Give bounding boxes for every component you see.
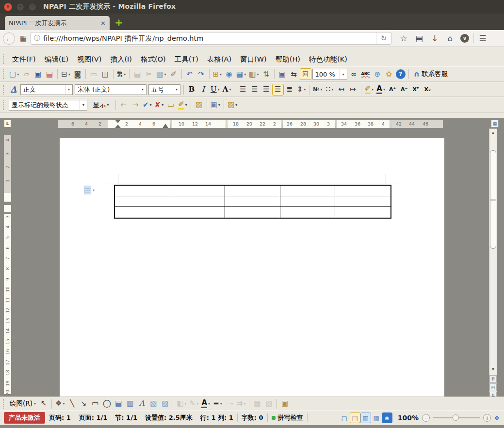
draw-menu-button[interactable]: 绘图(R)▾ xyxy=(8,399,38,408)
cut-button[interactable]: ✂ xyxy=(143,68,155,80)
toolbar-grip[interactable] xyxy=(3,54,5,64)
menu-item[interactable]: 表格(A) xyxy=(203,53,236,66)
oval-button[interactable]: ◯ xyxy=(101,398,113,410)
toolbar-grip[interactable] xyxy=(3,100,5,110)
previous-change-button[interactable]: ← xyxy=(118,99,130,111)
vertical-ruler[interactable]: 432134567891011121314151617181920 xyxy=(4,131,11,396)
export-button[interactable]: ▤ xyxy=(44,68,55,80)
shadow-button[interactable]: ▩ xyxy=(251,398,263,410)
find-button[interactable]: ∞ xyxy=(348,68,360,80)
document-options-button[interactable]: ▾ xyxy=(84,186,95,194)
align-left-button[interactable]: ☰ xyxy=(237,84,249,95)
insert-cells-button[interactable]: ▭ xyxy=(88,68,99,80)
frame-button[interactable]: ▣ xyxy=(276,68,288,80)
print-button[interactable]: ⊟▾ xyxy=(60,68,72,80)
save-button[interactable]: ▣ xyxy=(32,68,44,80)
char-accent-button[interactable]: A▾ xyxy=(221,84,233,95)
table-cell[interactable] xyxy=(115,207,170,218)
tab-close-icon[interactable]: × xyxy=(100,19,106,27)
insert-comment-button[interactable]: ▭ xyxy=(165,99,177,111)
numbered-list-button[interactable]: №▾ xyxy=(311,84,324,95)
document-page[interactable]: ▾ xyxy=(60,138,444,396)
insert-clipart-button[interactable]: ▨ xyxy=(159,398,171,410)
rectangle-button[interactable]: ▭ xyxy=(89,398,101,410)
columns-button[interactable]: ▥▾ xyxy=(247,68,260,80)
zoom-in-button[interactable]: + xyxy=(483,414,491,422)
redo-button[interactable]: ↷ xyxy=(195,68,207,80)
subscript-button[interactable]: X₂ xyxy=(422,84,433,95)
align-center-button[interactable]: ☰ xyxy=(249,84,260,95)
tab-stop-selector[interactable]: L xyxy=(4,120,11,127)
superscript-button[interactable]: X² xyxy=(410,84,422,95)
grow-font-button[interactable]: A⁺ xyxy=(387,84,398,95)
combo-arrow[interactable]: ▾ xyxy=(340,69,347,79)
menu-item[interactable]: 特色功能(K) xyxy=(305,53,352,66)
accept-change-button[interactable]: ✔▾ xyxy=(141,99,153,111)
menu-item[interactable]: 编辑(E) xyxy=(40,53,73,66)
scroll-up-button[interactable]: ▲ xyxy=(490,129,496,136)
customer-service-button[interactable]: ∩ 联系客服 xyxy=(411,70,451,79)
table-cell[interactable] xyxy=(115,186,170,196)
drawing-canvas-button[interactable]: ▣ xyxy=(279,398,291,410)
url-input[interactable] xyxy=(43,34,376,42)
translate-button[interactable]: ⊛ xyxy=(372,68,383,80)
combo-arrow[interactable]: ▾ xyxy=(65,85,72,95)
new-tab-button[interactable]: + xyxy=(113,17,125,29)
outline-view-button[interactable]: ▥ xyxy=(360,412,371,423)
markup-state-combo[interactable]: 显示标记的最终状态▾ xyxy=(9,100,87,111)
undo-button[interactable]: ↶ xyxy=(184,68,195,80)
menu-item[interactable]: 格式(O) xyxy=(136,53,170,66)
table-cell[interactable] xyxy=(335,196,390,207)
copy-button[interactable]: ▤ xyxy=(131,68,143,80)
italic-button[interactable]: I xyxy=(197,84,209,95)
previous-page-button[interactable]: ⇈ xyxy=(489,375,497,383)
convert-traditional-button[interactable]: 繁▾ xyxy=(115,68,128,80)
highlight-pen-button[interactable]: ✐▾ xyxy=(177,99,189,111)
combo-arrow[interactable]: ▾ xyxy=(139,85,146,95)
dash-style-button[interactable]: ┄▾ xyxy=(224,398,235,410)
menu-item[interactable]: 视图(V) xyxy=(73,53,106,66)
browser-tab[interactable]: NPAPI 二次开发演示 × xyxy=(5,16,110,30)
table-cell[interactable] xyxy=(280,196,336,207)
next-page-button[interactable]: ⇊ xyxy=(489,392,497,396)
comment-view-button[interactable]: ▣▾ xyxy=(209,99,222,111)
show-markup-button[interactable]: 显示▾ xyxy=(88,99,114,111)
underline-button[interactable]: U▾ xyxy=(209,84,221,95)
table-cell[interactable] xyxy=(170,207,226,218)
print-preview-button[interactable]: ◙ xyxy=(72,68,83,80)
menu-item[interactable]: 插入(I) xyxy=(106,53,136,66)
bookmarks-folder-icon[interactable]: ▦ xyxy=(18,33,29,43)
reload-icon[interactable]: ↻ xyxy=(376,32,391,44)
combo-arrow[interactable]: ▾ xyxy=(80,100,87,110)
styles-formatting-button[interactable]: A xyxy=(8,84,19,95)
line-color-button[interactable]: ✎▾ xyxy=(188,398,200,410)
spellcheck-button[interactable]: ABC xyxy=(360,68,372,80)
help-button[interactable]: ? xyxy=(396,69,406,79)
activation-status-badge[interactable]: 产品未激活 xyxy=(4,412,45,424)
url-bar[interactable]: ⓘ ↻ xyxy=(31,32,391,45)
reject-change-button[interactable]: ✘▾ xyxy=(153,99,165,111)
table-cell[interactable] xyxy=(225,186,280,196)
zoom-out-button[interactable]: − xyxy=(422,414,430,422)
downloads-icon[interactable]: ↓ xyxy=(427,32,442,45)
ruler-toggle-button[interactable]: ▦ xyxy=(491,120,499,127)
font-size-combo[interactable]: 五号▾ xyxy=(148,84,180,95)
distribute-button[interactable]: ≣ xyxy=(284,84,295,95)
eye-protection-button[interactable]: ◉ xyxy=(382,412,392,423)
table-cell[interactable] xyxy=(170,186,226,196)
zoom-slider[interactable] xyxy=(433,417,480,418)
menu-item[interactable]: 工具(T) xyxy=(170,53,203,66)
web-layout-button-status[interactable]: ▦ xyxy=(371,412,382,423)
wordart-button[interactable]: A xyxy=(136,398,147,410)
right-indent-marker[interactable] xyxy=(163,124,168,128)
window-close-button[interactable]: × xyxy=(4,3,12,11)
site-info-icon[interactable]: ⓘ xyxy=(31,34,43,43)
font-color-button[interactable]: A▾ xyxy=(375,84,387,95)
menu-item[interactable]: 文件(F) xyxy=(8,53,40,66)
window-maximize-button[interactable]: □ xyxy=(28,3,36,11)
table-cell[interactable] xyxy=(225,196,280,207)
toolbar-grip[interactable] xyxy=(3,399,5,409)
table-cell[interactable] xyxy=(225,207,280,218)
horizontal-ruler[interactable]: 642246101214182022226283033436384424446 xyxy=(58,120,443,128)
paste-button[interactable]: ▥▾ xyxy=(155,68,167,80)
